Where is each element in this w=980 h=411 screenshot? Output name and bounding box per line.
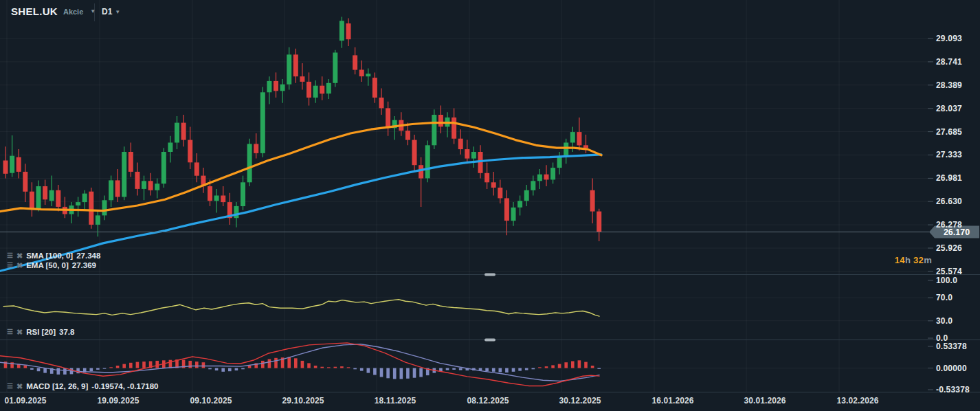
axis-ticks <box>928 38 933 390</box>
rsi-axis-label: 70.0 <box>936 293 953 302</box>
candle-countdown-timer: 14h 32m <box>895 255 932 265</box>
pane-resize-handle[interactable] <box>485 339 495 342</box>
ema-label: EMA [50, 0] <box>26 261 69 269</box>
date-axis-label: 30.12.2025 <box>559 396 601 406</box>
timeframe-selector[interactable]: D1 ▼ <box>102 7 120 16</box>
chevron-down-icon[interactable]: ▼ <box>115 9 120 15</box>
candles-layer[interactable] <box>3 17 602 242</box>
ema-value: 27.369 <box>72 261 96 269</box>
macd-axis-label: 0.00000 <box>936 364 967 373</box>
sma-value: 27.348 <box>76 252 100 260</box>
price-axis-label: 29.093 <box>936 34 962 43</box>
indicator-lines <box>0 300 599 386</box>
pane-separators <box>0 274 980 392</box>
countdown-minutes: 32 <box>913 255 924 265</box>
rsi-axis-label: 100.0 <box>936 276 957 285</box>
instrument-symbol: SHEL.UK <box>11 5 58 17</box>
date-axis-label: 18.11.2025 <box>375 396 416 406</box>
date-axis-label: 29.10.2025 <box>282 396 324 406</box>
price-axis-label: 26.630 <box>936 197 962 206</box>
price-axis-label: 27.685 <box>936 127 962 137</box>
indicator-close-icon[interactable]: ✖ <box>16 383 23 390</box>
date-axis-label: 08.12.2025 <box>467 396 509 406</box>
date-axis-label: 19.09.2025 <box>97 396 139 406</box>
macd-axis-label: -0.53378 <box>936 385 970 395</box>
timeframe-label: D1 <box>102 7 112 16</box>
indicator-settings-icon[interactable]: ☰ <box>7 262 13 269</box>
legend-row-rsi: ☰ ✖ RSI [20] 37.8 <box>7 328 74 336</box>
legend-row-macd: ☰ ✖ MACD [12, 26, 9] -0.19574, -0.17180 <box>7 382 159 390</box>
price-axis-label: 26.981 <box>936 173 962 183</box>
price-axis-label: 25.926 <box>936 243 962 253</box>
legend-row-sma: ☰ ✖ SMA [100, 0] 27.348 <box>7 252 100 260</box>
instrument-selector[interactable]: SHEL.UK Akcie ▼ <box>11 5 96 17</box>
date-axis-label: 01.09.2025 <box>4 396 46 406</box>
sma-label: SMA [100, 0] <box>26 252 73 260</box>
indicator-settings-icon[interactable]: ☰ <box>7 383 13 390</box>
indicator-close-icon[interactable]: ✖ <box>16 252 23 260</box>
indicator-settings-icon[interactable]: ☰ <box>7 252 13 259</box>
date-axis-label: 13.02.2026 <box>836 396 878 406</box>
rsi-label: RSI [20] <box>26 328 56 336</box>
indicator-close-icon[interactable]: ✖ <box>16 329 23 336</box>
countdown-minutes-unit: m <box>924 255 932 265</box>
price-axis-label: 25.574 <box>936 267 962 276</box>
date-axis-label: 09.10.2025 <box>190 396 232 406</box>
price-axis-label: 28.741 <box>936 57 962 67</box>
legend-row-ema: ☰ ✖ EMA [50, 0] 27.369 <box>7 261 96 269</box>
countdown-hours: 14 <box>895 255 905 265</box>
trading-chart-window: { "header": { "symbol": "SHEL.UK", "inst… <box>0 0 980 411</box>
indicator-close-icon[interactable]: ✖ <box>16 262 23 269</box>
indicator-settings-icon[interactable]: ☰ <box>7 329 13 335</box>
price-axis-label: 28.037 <box>936 104 962 113</box>
macd-axis-label: 0.53378 <box>936 342 967 351</box>
price-axis-label: 28.389 <box>936 80 962 90</box>
price-axis-label: 27.333 <box>936 150 962 159</box>
date-axis-label: 16.01.2026 <box>652 396 693 406</box>
price-chart-canvas[interactable]: 26.170 <box>0 0 980 411</box>
macd-label: MACD [12, 26, 9] <box>26 382 88 390</box>
grid-layer <box>0 0 931 392</box>
rsi-value: 37.8 <box>59 328 74 336</box>
instrument-type-label: Akcie <box>63 8 83 16</box>
current-price-marker: 26.170 <box>0 226 979 238</box>
chevron-down-icon[interactable]: ▼ <box>90 8 96 14</box>
macd-value: -0.19574, -0.17180 <box>91 382 158 390</box>
price-axis-label: 26.278 <box>936 220 962 230</box>
pane-resize-handle[interactable] <box>485 274 495 276</box>
date-axis-label: 30.01.2026 <box>744 396 786 406</box>
rsi-axis-label: 30.0 <box>936 316 953 326</box>
countdown-hours-unit: h <box>905 255 911 265</box>
